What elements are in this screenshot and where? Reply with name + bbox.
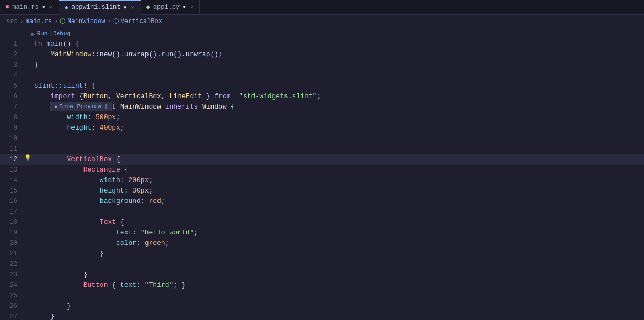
line-25: 25 xyxy=(0,291,644,301)
line-27: 27 } xyxy=(0,312,644,320)
line-code-18: Text { xyxy=(32,217,644,228)
line-22: 22 xyxy=(0,259,644,270)
tab-label-appwin1: appwin1.slint xyxy=(71,4,121,11)
line-code-20: color: green; xyxy=(32,238,644,249)
line-code-19: text: "hello world"; xyxy=(32,228,644,238)
breadcrumb-src[interactable]: src xyxy=(6,18,18,25)
line-15: 15 height: 30px; xyxy=(0,186,644,196)
line-14: 14 width: 200px; xyxy=(0,175,644,186)
line-num-11: 11 xyxy=(0,144,24,154)
line-num-10: 10 xyxy=(0,133,24,144)
line-2: 2 MainWindow::new().unwrap().run().unwra… xyxy=(0,49,644,60)
run-bar: ▶ Run | Debug xyxy=(0,28,644,39)
breadcrumb-mainwindow[interactable]: MainWindow xyxy=(67,18,105,25)
tab-modified-main-rs: ● xyxy=(42,4,45,10)
line-11: 11 xyxy=(0,144,644,154)
line-code-6: import {Button, VerticalBox, LineEdit } … xyxy=(32,91,644,102)
breadcrumb: src › main.rs › ⬡ MainWindow › ⬡ Vertica… xyxy=(0,15,644,28)
line-10: 10 xyxy=(0,133,644,144)
line-code-24: Button { text: "Third"; } xyxy=(32,280,644,291)
line-num-1: 1 xyxy=(0,39,24,49)
line-26: 26 } xyxy=(0,301,644,312)
tab-icon-rs: ■ xyxy=(5,4,9,11)
tab-modified-appwin1: ● xyxy=(124,5,127,10)
tab-icon-slint: ◆ xyxy=(65,4,68,12)
line-18: 18 Text { xyxy=(0,217,644,228)
cursor-indicator: | xyxy=(104,103,108,110)
line-num-8: 8 xyxy=(0,112,24,123)
line-23: 23 } xyxy=(0,270,644,280)
tab-close-app1py[interactable]: ✕ xyxy=(189,4,194,11)
line-num-18: 18 xyxy=(0,217,24,228)
line-num-23: 23 xyxy=(0,270,24,280)
line-code-5: slint::slint! { xyxy=(32,81,644,91)
line-24: 24 Button { text: "Third"; } xyxy=(0,280,644,291)
line-1: 1 fn main() { xyxy=(0,39,644,49)
line-num-13: 13 xyxy=(0,165,24,175)
line-code-7: export component MainWindow inherits Win… xyxy=(32,102,644,112)
line-num-3: 3 xyxy=(0,60,24,70)
breadcrumb-verticalbox[interactable]: VerticalBox xyxy=(121,18,162,25)
line-code-27: } xyxy=(32,312,644,320)
breadcrumb-sep1: › xyxy=(20,18,24,25)
line-num-12: 12 xyxy=(0,154,24,165)
line-num-7: 7 xyxy=(0,102,24,112)
line-code-1: fn main() { xyxy=(32,39,644,49)
debug-link[interactable]: Debug xyxy=(53,30,70,37)
line-num-24: 24 xyxy=(0,280,24,291)
line-code-8: width: 500px; xyxy=(32,112,644,123)
line-num-19: 19 xyxy=(0,228,24,238)
line-code-26: } xyxy=(32,301,644,312)
hover-popup-label: Show Preview xyxy=(59,103,101,110)
breadcrumb-sep3: › xyxy=(107,18,111,25)
tab-close-appwin1[interactable]: ✕ xyxy=(130,4,135,11)
breadcrumb-verticalbox-icon: ⬡ xyxy=(113,17,119,25)
line-8: 8 width: 500px; xyxy=(0,112,644,123)
line-code-23: } xyxy=(32,270,644,280)
breadcrumb-sep2: › xyxy=(54,18,58,25)
line-5: 5 slint::slint! { xyxy=(0,81,644,91)
line-num-22: 22 xyxy=(0,259,24,270)
line-code-16: background: red; xyxy=(32,196,644,207)
line-gutter-12: 💡 xyxy=(24,154,32,161)
line-6: 6 import {Button, VerticalBox, LineEdit … xyxy=(0,91,644,102)
line-9: 9 height: 400px; xyxy=(0,123,644,133)
line-num-16: 16 xyxy=(0,196,24,207)
line-code-13: Rectangle { xyxy=(32,165,644,175)
tab-close-main-rs[interactable]: ✕ xyxy=(48,4,54,11)
line-num-20: 20 xyxy=(0,238,24,249)
line-code-9: height: 400px; xyxy=(32,123,644,133)
code-area: 1 fn main() { 2 MainWindow::new().unwrap… xyxy=(0,39,644,320)
line-num-5: 5 xyxy=(0,81,24,91)
breadcrumb-mainrs[interactable]: main.rs xyxy=(26,18,52,25)
line-16: 16 background: red; xyxy=(0,196,644,207)
line-4: 4 xyxy=(0,70,644,81)
tab-label-app1py: app1.py xyxy=(153,4,180,11)
line-3: 3 } xyxy=(0,60,644,70)
line-code-12: VerticalBox { xyxy=(32,154,644,165)
tab-main-rs[interactable]: ■ main.rs ● ✕ xyxy=(0,0,59,15)
hover-popup[interactable]: Show Preview | xyxy=(50,102,112,111)
line-num-14: 14 xyxy=(0,175,24,186)
tab-app1-py[interactable]: ◆ app1.py ● ✕ xyxy=(141,0,200,15)
line-12: 12 💡 VerticalBox { xyxy=(0,154,644,165)
tab-icon-py: ◆ xyxy=(146,3,150,11)
tab-appwin1-slint[interactable]: ◆ appwin1.slint ● ✕ xyxy=(59,0,141,15)
editor: 1 fn main() { 2 MainWindow::new().unwrap… xyxy=(0,39,644,320)
line-13: 13 Rectangle { xyxy=(0,165,644,175)
line-code-14: width: 200px; xyxy=(32,175,644,186)
line-num-9: 9 xyxy=(0,123,24,133)
line-num-4: 4 xyxy=(0,70,24,81)
line-num-26: 26 xyxy=(0,301,24,312)
line-num-21: 21 xyxy=(0,249,24,259)
bulb-icon[interactable]: 💡 xyxy=(24,154,31,161)
line-code-21: } xyxy=(32,249,644,259)
line-19: 19 text: "hello world"; xyxy=(0,228,644,238)
line-num-17: 17 xyxy=(0,207,24,217)
run-sep: | xyxy=(48,30,52,37)
tab-modified-app1py: ● xyxy=(183,4,186,10)
tab-label-main-rs: main.rs xyxy=(12,4,38,11)
run-link[interactable]: Run xyxy=(37,30,48,37)
run-triangle-icon: ▶ xyxy=(31,30,35,37)
line-21: 21 } xyxy=(0,249,644,259)
